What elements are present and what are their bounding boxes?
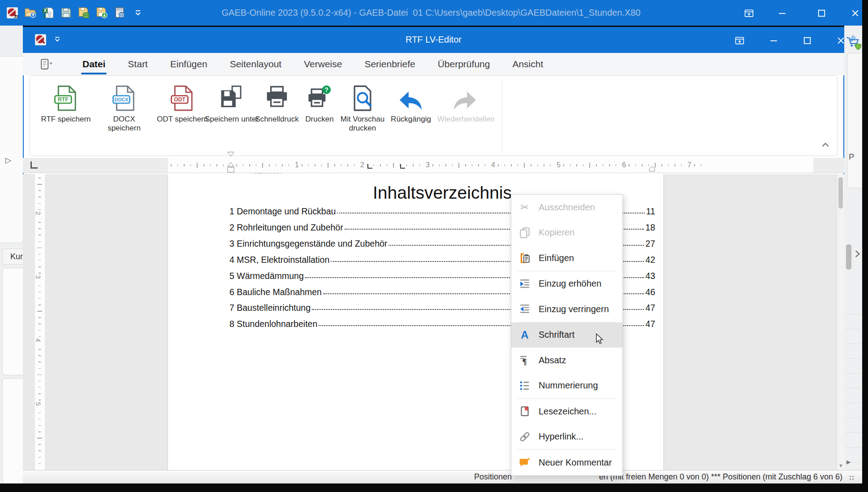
- tab-type-selector-icon[interactable]: [30, 161, 38, 169]
- ruler-tick: [269, 164, 270, 166]
- menu-item-label: Nummerierung: [539, 380, 598, 391]
- save-all-icon[interactable]: [78, 7, 90, 19]
- background-right-panel: P ▶: [844, 26, 862, 483]
- indent-marker[interactable]: [227, 151, 235, 175]
- ruler-tick: [674, 164, 675, 166]
- app-logo-icon[interactable]: 23: [6, 7, 18, 19]
- menu-item-hyperlink[interactable]: Hyperlink...: [511, 424, 622, 450]
- background-row-line: [845, 358, 861, 359]
- outer-window-pin-button[interactable]: [740, 6, 758, 20]
- tab-verweise[interactable]: Verweise: [293, 53, 353, 75]
- ribbon-button-label: ODT speichern: [155, 115, 210, 124]
- ruler-tick: [524, 163, 525, 168]
- ruler-tick: [39, 260, 41, 261]
- ruler-tick: [39, 317, 41, 318]
- ruler-tick: [347, 164, 348, 166]
- menu-item-paste[interactable]: Einfügen: [511, 245, 622, 271]
- background-tab-kur[interactable]: Kur: [2, 248, 23, 265]
- ruler-tick: [39, 413, 41, 414]
- ribbon-button-rtf-document[interactable]: RTFRTF speichern: [37, 83, 95, 151]
- ruler-tick: [39, 286, 41, 287]
- tab-ansicht[interactable]: Ansicht: [501, 53, 554, 75]
- save-download-icon[interactable]: [96, 7, 108, 19]
- menu-item-indent-increase[interactable]: Einzug erhöhen: [511, 271, 622, 297]
- outer-close-button[interactable]: [846, 6, 864, 20]
- customize-toolbar-chevron-icon[interactable]: [132, 7, 144, 19]
- svg-text:¶: ¶: [523, 357, 527, 366]
- ribbon-button-undo-arrow[interactable]: Rückgängig: [382, 83, 440, 151]
- docx-document-icon: DOCX: [112, 83, 136, 111]
- svg-text:ODT: ODT: [174, 96, 186, 103]
- document-menu-icon[interactable]: [38, 57, 55, 71]
- tab-datei[interactable]: Datei: [71, 53, 117, 75]
- expand-arrow-icon[interactable]: ▷: [5, 156, 11, 165]
- shop-cart-icon[interactable]: [845, 34, 861, 53]
- ruler-tick: [210, 164, 211, 166]
- tab-serienbriefe[interactable]: Serienbriefe: [353, 53, 426, 75]
- scissors-icon: ✂: [518, 201, 531, 213]
- scroll-down-icon[interactable]: ▼: [838, 463, 843, 468]
- vertical-scrollbar[interactable]: ▼: [837, 174, 844, 470]
- quick-access-toolbar: 23X: [0, 7, 144, 19]
- toc-entry-label: 7 Baustelleinrichtung: [229, 303, 311, 313]
- printer-question-icon: ?: [307, 83, 332, 111]
- tab-überprüfung[interactable]: Überprüfung: [427, 53, 501, 75]
- menu-item-indent-decrease[interactable]: Einzug verringern: [511, 296, 622, 322]
- ruler-tick: [537, 164, 538, 166]
- ruler-tick: [203, 164, 204, 166]
- ruler-tick: [432, 164, 433, 166]
- ribbon-button-docx-document[interactable]: DOCXDOCX speichern: [95, 83, 153, 151]
- ruler-tick: [511, 164, 512, 166]
- menu-item-bookmark[interactable]: Lesezeichen...: [511, 399, 622, 424]
- background-row-line: [845, 388, 861, 388]
- ruler-tick: [544, 164, 544, 166]
- outer-maximize-button[interactable]: [812, 6, 830, 20]
- ruler-tick: [39, 450, 41, 451]
- chevron-right-icon[interactable]: [853, 250, 861, 260]
- new-comment-icon: [518, 457, 531, 468]
- outer-minimize-button[interactable]: [773, 6, 791, 20]
- open-file-icon[interactable]: [24, 7, 36, 19]
- tab-stop-marker[interactable]: [367, 164, 372, 169]
- save-icon[interactable]: [60, 7, 72, 19]
- hyperlink-icon: [518, 431, 531, 443]
- ruler-tick: [439, 164, 440, 166]
- ruler-tick: [39, 463, 41, 464]
- ruler-tick: [570, 164, 571, 166]
- play-arrow-icon[interactable]: ▶: [846, 459, 851, 465]
- menu-item-new-comment[interactable]: Neuer Kommentar: [511, 450, 622, 475]
- report-globe-icon[interactable]: [114, 7, 126, 19]
- scrollbar-thumb[interactable]: [838, 177, 843, 209]
- ruler-tick: [37, 311, 42, 312]
- ruler-tick: [505, 164, 505, 166]
- printer-icon: [265, 83, 289, 111]
- ribbon-tabs: DateiStartEinfügenSeitenlayoutVerweiseSe…: [71, 53, 554, 75]
- ruler-tick: [616, 164, 617, 166]
- editor-window-pin-button[interactable]: [730, 34, 748, 47]
- ruler-tick: [531, 164, 531, 166]
- ruler-tick: [380, 164, 381, 166]
- ribbon-tab-row: DateiStartEinfügenSeitenlayoutVerweiseSe…: [23, 53, 844, 75]
- right-indent-marker[interactable]: [648, 166, 656, 174]
- tab-start[interactable]: Start: [117, 53, 159, 75]
- ruler-tick: [39, 209, 41, 210]
- menu-item-numbering[interactable]: Nummerierung: [511, 373, 622, 399]
- editor-minimize-button[interactable]: [764, 34, 782, 47]
- menu-item-label: Hyperlink...: [539, 431, 583, 442]
- editor-maximize-button[interactable]: [798, 34, 816, 47]
- ruler-tick: [289, 164, 289, 166]
- collapse-ribbon-chevron-icon[interactable]: [820, 139, 831, 151]
- menu-item-paragraph[interactable]: ¶Absatz: [511, 348, 622, 373]
- ruler-tick: [39, 349, 41, 350]
- background-scrollbar-thumb[interactable]: [846, 244, 851, 270]
- tab-einfügen[interactable]: Einfügen: [159, 53, 219, 75]
- resize-grip-icon[interactable]: [850, 476, 851, 477]
- ruler-tick: [39, 196, 41, 197]
- document-area: 2345 Inhaltsverzeichnis 1 Demontage und …: [23, 174, 837, 470]
- tab-stop-marker[interactable]: [400, 164, 405, 169]
- toc-entry-label: 4 MSR, Elektroinstallation: [229, 255, 329, 265]
- export-excel-icon[interactable]: X: [42, 7, 54, 19]
- editor-close-button[interactable]: [832, 34, 844, 47]
- ruler-page-region: [168, 158, 813, 173]
- tab-seitenlayout[interactable]: Seitenlayout: [219, 53, 293, 75]
